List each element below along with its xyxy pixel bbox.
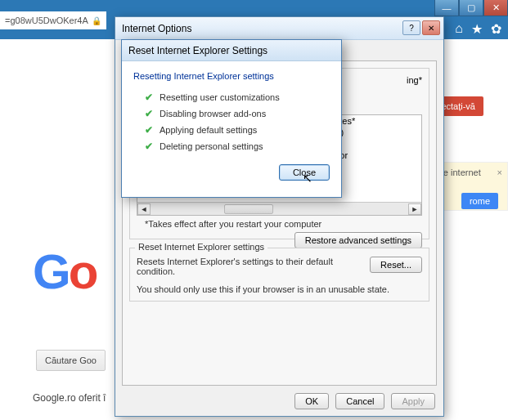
google-search-button[interactable]: Căutare Goo: [36, 350, 106, 371]
url-text: =g08wU5DwOKer4A: [5, 16, 88, 25]
google-logo: Go: [33, 244, 96, 300]
io-help-button[interactable]: ?: [402, 20, 420, 35]
maximize-button[interactable]: ▢: [459, 0, 483, 16]
reset-description: Resets Internet Explorer's settings to t…: [137, 257, 362, 276]
footer-text: Google.ro oferit î: [33, 392, 106, 404]
favorites-icon[interactable]: ★: [471, 21, 483, 37]
reset-item-4: Deleting personal settings: [160, 141, 263, 151]
cancel-button[interactable]: Cancel: [335, 393, 384, 409]
reset-button[interactable]: Reset...: [370, 257, 422, 273]
restart-note: *Takes effect after you restart your com…: [145, 219, 422, 229]
lock-icon: 🔒: [92, 16, 101, 25]
reset-progress-dialog: Reset Internet Explorer Settings Resetti…: [121, 39, 342, 198]
check-icon: ✔: [145, 92, 153, 103]
reset-note: You should only use this if your browser…: [137, 284, 422, 294]
scroll-left-icon[interactable]: ◄: [137, 203, 151, 215]
reset-heading: Resetting Internet Explorer settings: [133, 71, 330, 81]
address-bar[interactable]: =g08wU5DwOKer4A 🔒: [0, 11, 106, 29]
check-icon: ✔: [145, 124, 153, 136]
reset-titlebar[interactable]: Reset Internet Explorer Settings: [122, 40, 341, 61]
io-bottom-buttons: OK Cancel Apply: [294, 393, 435, 409]
tools-icon[interactable]: ✿: [491, 21, 501, 37]
window-controls: — ▢ ✕: [434, 0, 508, 16]
io-close-button[interactable]: ✕: [422, 20, 440, 35]
chrome-promo-button[interactable]: rome: [461, 193, 498, 209]
check-icon: ✔: [145, 108, 153, 119]
toolbar-icons: ⌂ ★ ✿: [455, 21, 501, 37]
reset-item-2: Disabling browser add-ons: [160, 109, 266, 118]
tree-hscrollbar[interactable]: ◄ ►: [137, 202, 421, 215]
reset-title: Reset Internet Explorer Settings: [128, 45, 267, 56]
minimize-button[interactable]: —: [434, 0, 459, 16]
infobar-close-icon[interactable]: ×: [497, 168, 502, 177]
apply-button[interactable]: Apply: [391, 393, 435, 409]
reset-item-3: Applying default settings: [160, 125, 257, 135]
reset-group: Reset Internet Explorer settings Resets …: [129, 248, 429, 302]
io-titlebar[interactable]: Internet Options ? ✕: [115, 17, 443, 40]
ok-button[interactable]: OK: [294, 393, 329, 409]
scroll-right-icon[interactable]: ►: [408, 203, 421, 215]
close-window-button[interactable]: ✕: [483, 0, 508, 16]
reset-progress-list: ✔Resetting user customizations ✔Disablin…: [145, 89, 330, 154]
home-icon[interactable]: ⌂: [455, 21, 463, 37]
reset-close-button[interactable]: Close: [279, 164, 330, 181]
scroll-thumb[interactable]: [224, 204, 273, 214]
check-icon: ✔: [145, 141, 153, 152]
reset-legend: Reset Internet Explorer settings: [135, 242, 267, 252]
io-title: Internet Options: [122, 23, 191, 34]
restore-advanced-button[interactable]: Restore advanced settings: [294, 232, 422, 248]
reset-item-1: Resetting user customizations: [160, 92, 280, 102]
